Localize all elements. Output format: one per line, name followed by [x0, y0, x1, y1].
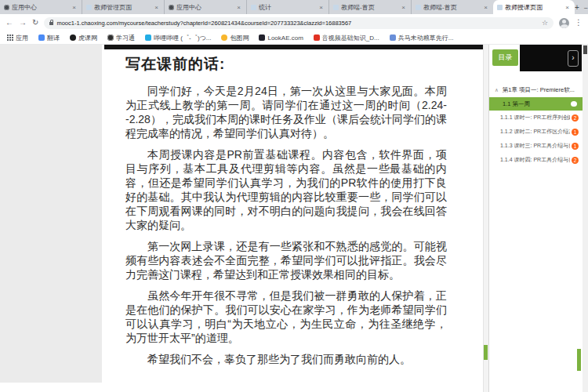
bookmark-lookae[interactable]: LookAE.com — [259, 34, 303, 42]
bookmark-label: 学习通 — [116, 34, 135, 42]
bookmark-label: 虎课网 — [78, 34, 97, 42]
toc-item-lesson2[interactable]: 1.1.2 课时二: PR工作区介绍及... 1 — [489, 125, 583, 139]
article-title: 写在课前的话: — [125, 54, 447, 74]
forward-icon[interactable]: → — [19, 19, 27, 27]
bookmarks-bar: 应用 翻译 虎课网 学习通 哔哩哔哩 (゜-゜)つ... 包图网 LookAE.… — [0, 31, 588, 45]
profile-avatar[interactable] — [559, 18, 569, 28]
task-count-badge: 2 — [572, 114, 579, 122]
toc-item-lesson4[interactable]: 1.1.4 课时四: PR工具介绍与操... 2 — [489, 153, 583, 167]
toc-item-lesson3[interactable]: 1.1.3 课时三: PR工具介绍与操... 1 — [489, 139, 583, 153]
tab-teacher-manage[interactable]: 教师管理页面 × — [82, 0, 164, 14]
back-icon[interactable]: ← — [5, 19, 13, 27]
page-favicon — [333, 5, 339, 10]
globe-favicon — [4, 5, 9, 10]
translate-icon — [38, 34, 45, 41]
tab-app-center-1[interactable]: 应用中心 × — [0, 0, 82, 14]
page-favicon — [497, 5, 503, 10]
page-favicon — [86, 5, 92, 10]
tab-close-icon[interactable]: × — [400, 4, 407, 11]
tab-title: 应用中心 — [12, 3, 68, 12]
article-paragraph: 本周授课内容是PR前置基础课程。内容包含，软件界面，项目与序列，基本工具及代理剪… — [125, 147, 447, 232]
bookmark-star-icon[interactable]: ☆ — [542, 19, 548, 27]
bookmark-label: 兵马未动粮草先行... — [398, 34, 454, 42]
tab-close-icon[interactable]: × — [318, 4, 325, 11]
toc-chapter-row[interactable]: ∧ 第1章 项目一: Premiere软... — [489, 84, 583, 97]
bookmark-label: 音视频基础知识_D... — [322, 34, 379, 42]
tab-close-icon[interactable]: × — [482, 4, 489, 11]
window-scrollbar-thumb[interactable] — [583, 45, 587, 54]
tab-statistics[interactable]: 统计 × — [246, 0, 328, 14]
collapse-chevron-icon[interactable]: › — [568, 50, 579, 67]
lock-icon — [49, 22, 53, 25]
tab-app-center-2[interactable]: 应用中心 × — [164, 0, 246, 14]
bilibili-tv-icon — [145, 34, 151, 41]
url-input[interactable]: mooc1-1.chaoxing.com/mycourse/teacherstu… — [44, 17, 554, 29]
bookmark-apps[interactable]: 应用 — [7, 34, 28, 42]
progress-dot-icon — [571, 101, 577, 107]
toc-item-active-week1[interactable]: 1.1 第一周 — [489, 97, 583, 111]
bookmark-bingma[interactable]: 兵马未动粮草先行... — [390, 34, 454, 42]
browser-window: 应用中心 × 教师管理页面 × 应用中心 × 统计 × 教师端-首页 × 教师端… — [0, 0, 588, 392]
dark-square-icon — [259, 34, 265, 41]
bookmark-label: 应用 — [16, 34, 28, 42]
menu-dots-icon[interactable]: ⋮ — [575, 19, 583, 27]
address-toolbar: ← → ↻ mooc1-1.chaoxing.com/mycourse/teac… — [0, 14, 588, 31]
tab-title: 统计 — [259, 3, 315, 12]
url-text[interactable]: mooc1-1.chaoxing.com/mycourse/teacherstu… — [56, 20, 539, 27]
toc-tab-label[interactable]: 目录 — [492, 49, 518, 66]
tab-close-icon[interactable]: × — [71, 4, 78, 11]
toc-header: 目录 › — [489, 45, 583, 74]
globe-icon — [107, 34, 114, 41]
article: 写在课前的话: 同学们好，今天是2月24日，第一次从这里与大家见面。本周为正式线… — [125, 54, 447, 373]
article-paragraph: 虽然今年开年很不寻常，但是我们被一群勇敢的人保护着，正是在他们的保护下。我们可以… — [125, 289, 447, 345]
sidebar-scrollbar-thumb[interactable] — [577, 349, 581, 371]
tab-teacher-home-2[interactable]: 教师端-首页 × — [411, 0, 493, 14]
tab-teacher-course-active[interactable]: 教师授课页面 × — [493, 0, 575, 14]
minimize-button[interactable]: – — [579, 0, 588, 14]
content-scrollbar-thumb[interactable] — [484, 345, 488, 360]
toc-sidebar: 目录 › ∧ 第1章 项目一: Premiere软... 1.1 第一周 1.1… — [488, 45, 583, 392]
bookmark-hukewang[interactable]: 虎课网 — [70, 34, 97, 42]
yellow-circle-icon — [221, 34, 227, 41]
reload-icon[interactable]: ↻ — [32, 19, 38, 27]
bookmark-label: 包图网 — [230, 34, 249, 42]
tab-title: 教师端-首页 — [423, 3, 480, 12]
toc-item-lesson1[interactable]: 1.1.1 课时一: PR工程序列创建 2 — [489, 111, 583, 125]
bookmark-baotuwang[interactable]: 包图网 — [221, 34, 249, 42]
toc-item-label: 1.1.3 课时三: PR工具介绍与操... — [500, 142, 570, 150]
tab-strip: 应用中心 × 教师管理页面 × 应用中心 × 统计 × 教师端-首页 × 教师端… — [0, 0, 588, 14]
article-panel: 写在课前的话: 同学们好，今天是2月24日，第一次从这里与大家见面。本周为正式线… — [102, 45, 483, 392]
tab-teacher-home-1[interactable]: 教师端-首页 × — [328, 0, 411, 14]
tab-close-icon[interactable]: × — [564, 4, 571, 11]
article-paragraph: 同学们好，今天是2月24日，第一次从这里与大家见面。本周为正式线上教学的第一周。… — [125, 84, 447, 140]
toc-item-label: 1.1.2 课时二: PR工作区介绍及... — [500, 128, 570, 136]
page-favicon — [251, 5, 256, 10]
bookmark-label: LookAE.com — [267, 34, 303, 42]
window-scrollbar[interactable] — [583, 45, 588, 392]
bookmark-translate[interactable]: 翻译 — [38, 34, 60, 42]
tab-title: 教师端-首页 — [341, 3, 397, 12]
chevron-up-icon[interactable]: ∧ — [495, 87, 499, 93]
bookmark-bilibili[interactable]: 哔哩哔哩 (゜-゜)つ... — [145, 34, 211, 42]
page-content: 写在课前的话: 同学们好，今天是2月24日，第一次从这里与大家见面。本周为正式线… — [0, 45, 588, 392]
bookmark-label: 翻译 — [47, 34, 60, 42]
tab-close-icon[interactable]: × — [153, 4, 160, 11]
left-gutter — [0, 45, 102, 383]
tab-title: 应用中心 — [176, 3, 233, 12]
dark-circle-icon — [70, 34, 76, 41]
bookmark-xuexitong[interactable]: 学习通 — [107, 34, 135, 42]
blue-square-icon — [390, 34, 396, 41]
tab-title: 教师管理页面 — [94, 3, 151, 12]
globe-favicon — [169, 5, 174, 10]
task-count-badge: 1 — [572, 129, 579, 136]
csdn-icon — [314, 34, 320, 41]
window-controls: – □ × — [579, 0, 588, 14]
apps-grid-icon — [7, 34, 13, 41]
toc-active-label: 1.1 第一周 — [503, 100, 530, 107]
article-paragraph: 第一次网上录课，还是有一些紧张和不熟悉的感觉的。可能视频有些内容表述会不全面完整… — [125, 239, 447, 281]
tab-close-icon[interactable]: × — [235, 4, 242, 11]
task-count-badge: 2 — [572, 157, 579, 164]
content-scrollbar[interactable] — [483, 45, 488, 392]
content-top-bar — [104, 45, 483, 49]
bookmark-av-basics[interactable]: 音视频基础知识_D... — [314, 34, 379, 42]
